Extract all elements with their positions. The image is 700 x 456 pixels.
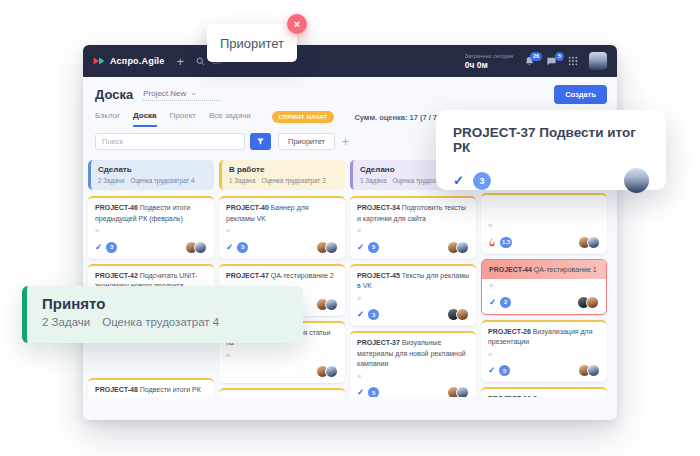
- description-icon: ≡: [488, 222, 600, 230]
- funnel-icon: [256, 137, 265, 146]
- filter-button[interactable]: [250, 133, 271, 150]
- tab-проект[interactable]: Проект: [170, 107, 196, 127]
- notifications-button[interactable]: 26: [524, 56, 535, 67]
- task-card-project-44[interactable]: PROJECT-44 QA-тестирование 1≡✓2: [481, 259, 607, 315]
- description-icon: ≡: [95, 227, 207, 235]
- tab-бэклог[interactable]: Бэклог: [95, 107, 120, 127]
- task-footer: ✓5: [357, 386, 469, 397]
- tab-доска[interactable]: Доска: [133, 107, 156, 127]
- task-id: PROJECT-46: [95, 204, 140, 211]
- task-title-text: QA-тестирование 2: [271, 272, 334, 279]
- task-card-project-19[interactable]: PROJECT-19 Тексты для рекламы VK≡✓5: [481, 387, 607, 397]
- task-card-project-48[interactable]: PROJECT-48 Подвести итоги РК≡✓2: [88, 378, 214, 397]
- task-footer: ✓5: [357, 241, 469, 254]
- task-id: PROJECT-45: [357, 272, 402, 279]
- messages-badge: 5: [555, 52, 564, 61]
- estimate-badge: 3: [368, 309, 379, 320]
- task-popup-title: PROJECT-37 Подвести итог РК: [453, 125, 649, 155]
- deadline-fire-icon: [488, 238, 496, 247]
- assignee-avatar: [587, 236, 600, 249]
- task-footer: ✓3: [357, 308, 469, 321]
- task-card-project-46[interactable]: PROJECT-46 Подвести итоги предыдущей РК …: [88, 196, 214, 259]
- estimate-badge: 5: [368, 242, 379, 253]
- description-icon: ≡: [357, 373, 469, 381]
- description-icon: ≡: [226, 227, 338, 235]
- description-icon: ≡: [357, 227, 469, 235]
- time-value: 0ч 0м: [465, 60, 513, 70]
- column-header: Сделать2 ЗадачиОценка трудозатрат 4: [88, 160, 214, 190]
- chevron-down-icon: ⌄: [190, 89, 197, 97]
- task-title: PROJECT-47 QA-тестирование 2: [226, 271, 338, 282]
- assignee-avatars: [320, 241, 338, 254]
- done-check-icon: ✓: [357, 310, 364, 319]
- app-name: Аспро.Agile: [110, 56, 165, 66]
- assignee-avatar: [325, 298, 338, 311]
- add-icon[interactable]: +: [177, 55, 185, 68]
- column-task-count: 1 Задача: [229, 177, 255, 184]
- done-check-icon: ✓: [95, 243, 102, 252]
- task-card-project-37[interactable]: PROJECT-37 Визуальные материалы для ново…: [350, 331, 476, 397]
- description-icon: ≡: [488, 351, 600, 359]
- assignee-avatar: [325, 365, 338, 378]
- task-card-project-45[interactable]: PROJECT-45 Тексты для рекламы в VK≡✓3: [350, 264, 476, 327]
- board-select[interactable]: Project.New ⌄: [143, 89, 221, 101]
- assignee-avatar: [586, 296, 599, 309]
- task-card-project-34[interactable]: PROJECT-34 Подготовить тексты и картинки…: [350, 196, 476, 259]
- column-estimate: Оценка трудозатрат 4: [130, 177, 194, 184]
- add-filter-button[interactable]: +: [342, 136, 349, 148]
- assignee-avatars: [581, 296, 599, 309]
- task-footer: ✓5: [488, 364, 600, 377]
- done-check-icon: ✓: [357, 243, 364, 252]
- board-column: В работе1 ЗадачаОценка трудозатрат 3PROJ…: [219, 160, 345, 397]
- task-card[interactable]: теории≡✓3: [219, 388, 345, 397]
- assignee-avatars: [320, 298, 338, 311]
- tab-все-задачи[interactable]: Все задачи: [209, 107, 251, 127]
- page-title: Доска: [95, 87, 133, 102]
- task-title: PROJECT-44 QA-тестирование 1: [482, 260, 606, 280]
- task-id: PROJECT-26: [488, 328, 533, 335]
- apps-menu-button[interactable]: [568, 52, 578, 70]
- search-input[interactable]: [95, 133, 245, 150]
- task-title: PROJECT-26 Визуализация для презентации: [488, 327, 600, 348]
- sprint-summary: Сумм. оценка: 17 (7 / 7): [354, 113, 439, 122]
- task-title: PROJECT-37 Визуальные материалы для ново…: [357, 338, 469, 370]
- assignee-avatar: [587, 364, 600, 377]
- column-header: В работе1 ЗадачаОценка трудозатрат 3: [219, 160, 345, 190]
- messages-button[interactable]: 5: [546, 56, 557, 67]
- header-actions: Затрачено сегодня 0ч 0м 26 5: [465, 52, 607, 70]
- user-avatar[interactable]: [589, 52, 607, 70]
- create-button[interactable]: Создать: [554, 85, 607, 104]
- task-id: PROJECT-44: [489, 266, 534, 273]
- task-id: PROJECT-47: [226, 272, 271, 279]
- task-title: PROJECT-34 Подготовить тексты и картинки…: [357, 203, 469, 224]
- board-column: Сделано1 ЗадачаОценка трудозатратPROJECT…: [350, 160, 476, 397]
- assignee-avatar: [325, 241, 338, 254]
- priority-filter-chip[interactable]: Приоритет: [278, 133, 335, 150]
- done-check-icon: ✓: [357, 388, 364, 397]
- task-card-project-26[interactable]: PROJECT-26 Визуализация для презентации≡…: [481, 320, 607, 383]
- board-column: ≡1.5PROJECT-44 QA-тестирование 1≡✓2PROJE…: [481, 160, 607, 397]
- task-footer: ✓3: [226, 241, 338, 254]
- assignee-avatars: [320, 365, 338, 378]
- priority-tooltip: Приоритет ×: [207, 24, 297, 62]
- task-footer: [226, 365, 338, 378]
- close-icon[interactable]: ×: [287, 14, 307, 34]
- task-title: PROJECT-40 Баннер для рекламы VK: [226, 203, 338, 224]
- app-header: Аспро.Agile + Сп Затрачено сегодня 0ч 0м: [83, 45, 617, 77]
- task-card-project-40[interactable]: PROJECT-40 Баннер для рекламы VK≡✓3: [219, 196, 345, 259]
- task-popup-card[interactable]: PROJECT-37 Подвести итог РК ✓ 3: [436, 110, 666, 190]
- task-title: PROJECT-45 Тексты для рекламы в VK: [357, 271, 469, 292]
- search-icon[interactable]: [196, 57, 205, 66]
- estimate-badge: 3: [473, 172, 491, 190]
- task-title: теории: [226, 395, 338, 397]
- estimate-badge: 3: [237, 242, 248, 253]
- column-task-count: 2 Задачи: [98, 177, 124, 184]
- assignee-avatar: [624, 168, 649, 193]
- assignee-avatar: [456, 386, 469, 397]
- description-icon: ≡: [357, 295, 469, 303]
- done-check-icon: ✓: [453, 174, 464, 187]
- assignee-avatars: [189, 241, 207, 254]
- task-id: PROJECT-34: [357, 204, 402, 211]
- task-card[interactable]: ≡1.5: [481, 193, 607, 254]
- notifications-badge: 26: [530, 52, 542, 61]
